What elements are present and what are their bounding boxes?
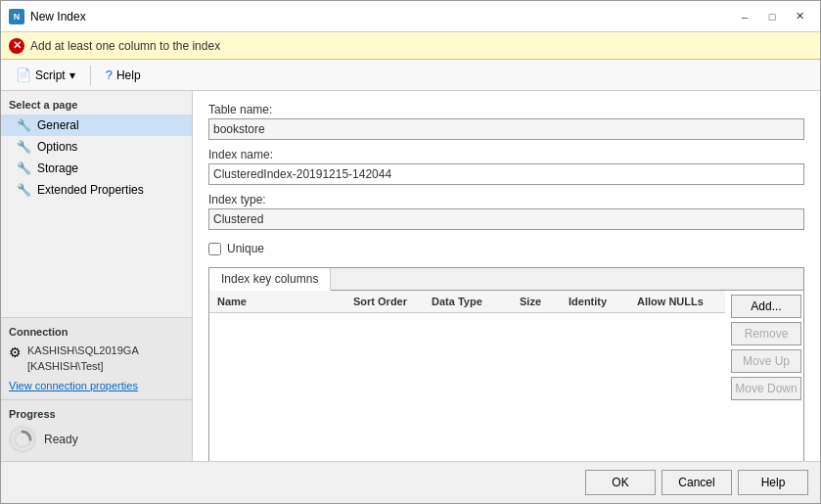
help-icon: ?: [106, 68, 113, 82]
toolbar-separator: [90, 66, 91, 85]
sidebar-item-label-storage: Storage: [37, 161, 78, 175]
col-header-sort: Sort Order: [349, 294, 428, 309]
tab-content: Name Sort Order Data Type Size Identity …: [209, 291, 803, 461]
main-window: N New Index – □ ✕ ✕ Add at least one col…: [0, 0, 821, 504]
error-icon: ✕: [9, 38, 24, 54]
table-name-group: Table name:: [208, 103, 804, 140]
cancel-button[interactable]: Cancel: [661, 470, 732, 495]
script-dropdown-icon: ▾: [69, 69, 75, 82]
progress-row: Ready: [9, 426, 184, 453]
unique-checkbox[interactable]: [208, 243, 221, 255]
toolbar: 📄 Script ▾ ? Help: [1, 60, 820, 91]
app-icon: N: [9, 9, 24, 24]
form-area: Table name: Index name: Index type: Uniq…: [193, 91, 820, 461]
sidebar-item-general[interactable]: 🔧 General: [1, 115, 192, 136]
general-icon: 🔧: [17, 118, 31, 132]
error-message: Add at least one column to the index: [30, 39, 220, 53]
col-header-allownulls: Allow NULLs: [633, 294, 721, 309]
title-bar: N New Index – □ ✕: [1, 1, 820, 32]
ok-button[interactable]: OK: [585, 470, 656, 495]
maximize-button[interactable]: □: [759, 7, 785, 26]
tab-container: Index key columns Name Sort Order Data T…: [208, 267, 804, 461]
move-down-button[interactable]: Move Down: [731, 377, 801, 400]
unique-label: Unique: [227, 242, 264, 255]
connection-row: ⚙ KASHISH\SQL2019GA [KASHISH\Test]: [9, 344, 184, 374]
options-icon: 🔧: [17, 140, 31, 154]
connection-icon: ⚙: [9, 344, 22, 360]
minimize-button[interactable]: –: [732, 7, 757, 26]
table-body: [209, 313, 725, 461]
progress-status: Ready: [44, 433, 78, 446]
index-name-input[interactable]: [208, 163, 804, 185]
help-button[interactable]: Help: [738, 470, 808, 495]
table-name-label: Table name:: [208, 103, 804, 116]
main-content: Select a page 🔧 General 🔧 Options 🔧 Stor…: [1, 91, 820, 461]
connection-server: KASHISH\SQL2019GA: [27, 344, 139, 358]
col-header-identity: Identity: [565, 294, 633, 309]
sidebar-item-label-extended: Extended Properties: [37, 183, 144, 197]
index-name-group: Index name:: [208, 148, 804, 185]
window-title: New Index: [30, 10, 86, 23]
sidebar-item-label-general: General: [37, 118, 79, 132]
progress-title: Progress: [9, 408, 184, 420]
add-button[interactable]: Add...: [731, 295, 801, 318]
move-up-button[interactable]: Move Up: [731, 349, 801, 373]
side-buttons: Add... Remove Move Up Move Down: [725, 291, 803, 461]
sidebar-item-storage[interactable]: 🔧 Storage: [1, 158, 192, 179]
index-name-label: Index name:: [208, 148, 804, 161]
index-type-input[interactable]: [208, 208, 804, 230]
error-bar: ✕ Add at least one column to the index: [1, 32, 820, 60]
help-toolbar-label: Help: [116, 69, 141, 82]
window-controls: – □ ✕: [732, 7, 812, 26]
close-button[interactable]: ✕: [787, 7, 812, 26]
sidebar-item-options[interactable]: 🔧 Options: [1, 136, 192, 158]
help-toolbar-button[interactable]: ? Help: [99, 65, 148, 85]
col-header-size: Size: [516, 294, 565, 309]
extended-icon: 🔧: [17, 183, 31, 197]
col-header-datatype: Data Type: [428, 294, 516, 309]
script-button[interactable]: 📄 Script ▾: [9, 65, 82, 85]
connection-section: Connection ⚙ KASHISH\SQL2019GA [KASHISH\…: [1, 317, 192, 399]
sidebar: Select a page 🔧 General 🔧 Options 🔧 Stor…: [1, 91, 193, 461]
table-header: Name Sort Order Data Type Size Identity …: [209, 291, 725, 313]
bottom-bar: OK Cancel Help: [1, 461, 820, 503]
progress-section: Progress Ready: [1, 399, 192, 461]
sidebar-item-label-options: Options: [37, 140, 77, 154]
index-type-label: Index type:: [208, 193, 804, 206]
script-label: Script: [35, 69, 66, 82]
connection-user: [KASHISH\Test]: [27, 359, 139, 374]
storage-icon: 🔧: [17, 161, 31, 175]
progress-spinner: [9, 426, 36, 453]
index-type-group: Index type:: [208, 193, 804, 230]
columns-table: Name Sort Order Data Type Size Identity …: [209, 291, 725, 461]
tab-index-key-columns[interactable]: Index key columns: [209, 268, 331, 291]
sidebar-item-extended-properties[interactable]: 🔧 Extended Properties: [1, 179, 192, 201]
remove-button[interactable]: Remove: [731, 322, 801, 345]
table-name-input[interactable]: [208, 118, 804, 140]
tab-header: Index key columns: [209, 268, 803, 291]
col-header-name: Name: [213, 294, 349, 309]
view-connection-link[interactable]: View connection properties: [9, 380, 184, 391]
sidebar-section-title: Select a page: [1, 91, 192, 115]
connection-title: Connection: [9, 326, 184, 338]
unique-row: Unique: [208, 238, 804, 259]
script-icon: 📄: [16, 68, 31, 82]
